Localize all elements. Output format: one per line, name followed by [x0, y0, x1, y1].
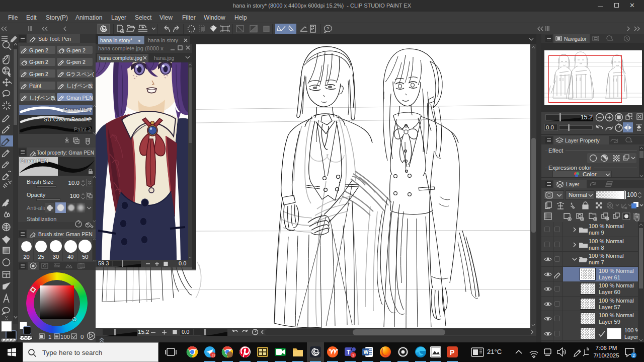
- svg-text:T: T: [347, 349, 351, 356]
- svg-text:W: W: [364, 349, 369, 355]
- svg-text:1: 1: [48, 334, 51, 340]
- svg-text:0: 0: [80, 334, 84, 340]
- svg-text:?: ?: [327, 26, 329, 31]
- svg-text:P: P: [450, 348, 454, 356]
- svg-text:3: 3: [352, 353, 355, 357]
- svg-text:100: 100: [60, 334, 70, 340]
- svg-text:2: 2: [632, 353, 635, 358]
- svg-text:.21: .21: [211, 354, 216, 357]
